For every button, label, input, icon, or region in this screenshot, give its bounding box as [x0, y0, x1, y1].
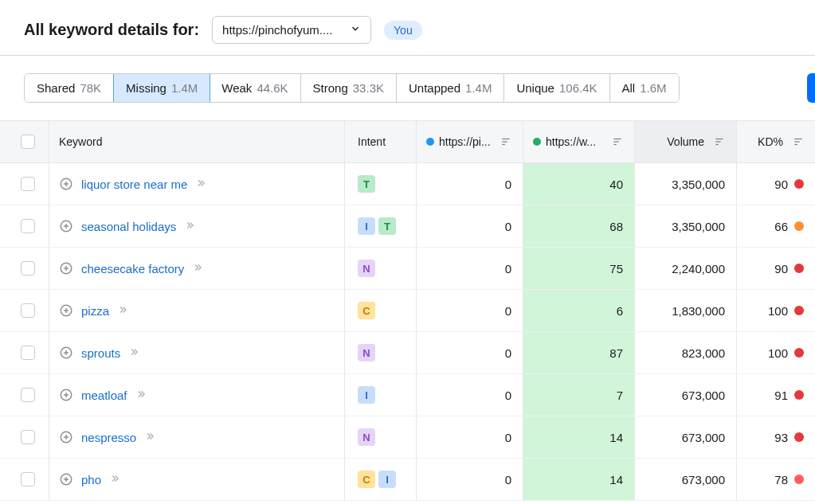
filter-tab-all[interactable]: All1.6M [610, 74, 679, 102]
site1-cell: 0 [417, 374, 523, 416]
filter-tab-count: 1.4M [465, 81, 492, 95]
open-keyword-icon[interactable] [128, 346, 139, 360]
column-label: KD% [758, 135, 783, 148]
site2-value: 68 [609, 220, 623, 233]
intent-badge-C: C [358, 471, 375, 488]
expand-icon[interactable] [59, 346, 73, 360]
keyword-link[interactable]: nespresso [81, 431, 136, 444]
site2-cell: 14 [523, 459, 635, 500]
column-header-site2[interactable]: https://w... [523, 121, 635, 162]
kd-value: 90 [774, 262, 788, 275]
filter-tab-count: 44.6K [257, 81, 288, 95]
intent-badge-I: I [378, 471, 396, 488]
intent-badge-N: N [358, 428, 375, 446]
filter-tab-label: Weak [221, 81, 252, 95]
volume-value: 3,350,000 [672, 178, 725, 191]
site2-cell: 6 [523, 290, 635, 331]
table-row: pizzaC061,830,000100 [0, 290, 815, 332]
keyword-link[interactable]: cheesecake factory [81, 262, 184, 275]
intent-cell: N [345, 248, 417, 289]
open-keyword-icon[interactable] [109, 473, 120, 486]
row-checkbox[interactable] [21, 303, 35, 318]
open-keyword-icon[interactable] [195, 178, 206, 191]
filter-tab-label: Untapped [409, 81, 460, 95]
sort-icon [500, 136, 511, 147]
table-row: nespressoN014673,00093 [0, 416, 815, 459]
svg-rect-9 [794, 139, 801, 139]
keyword-link[interactable]: pizza [81, 304, 109, 318]
filter-tab-strong[interactable]: Strong33.3K [301, 74, 397, 102]
svg-rect-3 [613, 139, 621, 139]
site2-color-dot [533, 138, 541, 146]
svg-rect-1 [502, 141, 507, 142]
open-keyword-icon[interactable] [184, 220, 195, 233]
keyword-link[interactable]: pho [81, 473, 101, 486]
row-select-cell [0, 416, 49, 458]
volume-value: 823,000 [682, 346, 725, 360]
open-keyword-icon[interactable] [117, 304, 128, 318]
volume-value: 1,830,000 [672, 304, 725, 318]
row-checkbox[interactable] [21, 177, 35, 191]
column-header-keyword[interactable]: Keyword [49, 121, 345, 162]
svg-rect-10 [794, 141, 799, 142]
row-checkbox[interactable] [21, 219, 35, 233]
filter-tab-untapped[interactable]: Untapped1.4M [397, 74, 504, 102]
filter-tab-unique[interactable]: Unique106.4K [504, 74, 609, 102]
expand-icon[interactable] [59, 219, 73, 233]
row-checkbox[interactable] [21, 430, 35, 444]
keyword-link[interactable]: liquor store near me [81, 178, 187, 191]
volume-cell: 2,240,000 [635, 248, 737, 289]
keyword-link[interactable]: meatloaf [81, 389, 127, 402]
intent-cell: IT [345, 205, 417, 247]
filter-tab-count: 106.4K [559, 81, 598, 95]
volume-cell: 673,000 [635, 459, 737, 500]
expand-icon[interactable] [59, 261, 73, 275]
column-header-volume[interactable]: Volume [635, 121, 737, 162]
row-checkbox[interactable] [21, 472, 35, 486]
site-selector-dropdown[interactable]: https://pinchofyum.... [212, 16, 371, 44]
row-checkbox[interactable] [21, 346, 35, 360]
intent-cell: N [345, 416, 417, 458]
column-header-intent[interactable]: Intent [345, 121, 417, 162]
filter-tab-shared[interactable]: Shared78K [25, 74, 114, 102]
keyword-link[interactable]: seasonal holidays [81, 220, 176, 233]
column-header-site1[interactable]: https://pi... [417, 121, 523, 162]
intent-cell: T [345, 163, 417, 205]
filter-tab-count: 33.3K [353, 81, 384, 95]
volume-cell: 823,000 [635, 332, 737, 373]
page: All keyword details for: https://pinchof… [0, 0, 815, 504]
site2-cell: 7 [523, 374, 635, 416]
export-button-edge[interactable] [807, 73, 815, 103]
site2-value: 14 [609, 431, 623, 444]
intent-badge-C: C [358, 302, 375, 319]
row-checkbox[interactable] [21, 388, 35, 402]
expand-icon[interactable] [59, 388, 73, 402]
site1-value: 0 [505, 389, 511, 402]
kd-value: 91 [774, 389, 788, 402]
sort-icon [612, 136, 623, 147]
expand-icon[interactable] [59, 472, 73, 486]
column-header-kd[interactable]: KD% [737, 121, 815, 162]
row-checkbox[interactable] [21, 261, 35, 275]
kd-difficulty-dot [794, 306, 804, 315]
svg-rect-6 [715, 139, 723, 139]
open-keyword-icon[interactable] [192, 262, 203, 275]
svg-rect-5 [613, 144, 617, 145]
kd-cell: 90 [737, 248, 815, 289]
you-badge: You [384, 21, 422, 40]
kd-cell: 93 [737, 416, 815, 458]
site2-value: 6 [617, 304, 623, 318]
filter-tab-weak[interactable]: Weak44.6K [210, 74, 300, 102]
row-select-cell [0, 332, 49, 373]
filter-tab-missing[interactable]: Missing1.4M [113, 73, 210, 103]
select-all-checkbox[interactable] [21, 135, 35, 149]
expand-icon[interactable] [59, 177, 73, 191]
keyword-link[interactable]: sprouts [81, 346, 120, 360]
open-keyword-icon[interactable] [144, 431, 155, 444]
open-keyword-icon[interactable] [135, 389, 147, 402]
expand-icon[interactable] [59, 303, 73, 318]
chevron-down-icon [350, 23, 361, 37]
expand-icon[interactable] [59, 430, 73, 444]
sort-icon [714, 136, 725, 147]
volume-value: 3,350,000 [672, 220, 725, 233]
